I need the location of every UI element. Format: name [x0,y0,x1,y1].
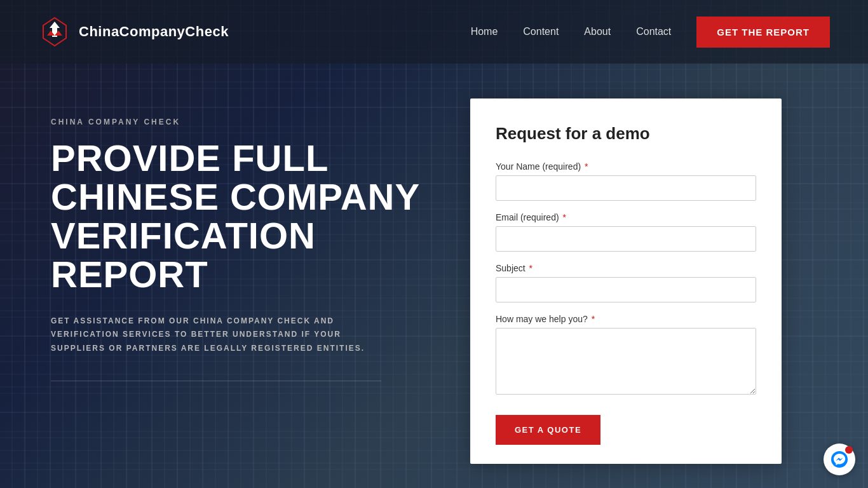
nav-about[interactable]: About [584,26,611,37]
get-quote-button[interactable]: GET A QUOTE [496,415,600,445]
subject-input[interactable] [496,277,756,302]
message-required-star: * [592,314,595,324]
subject-required-star: * [529,263,532,273]
logo-area: ChinaCompanyCheck [38,15,229,48]
name-field-group: Your Name (required) * [496,161,756,201]
main-content: CHINA COMPANY CHECK PROVIDE FULL CHINESE… [0,64,868,488]
hero-section: CHINA COMPANY CHECK PROVIDE FULL CHINESE… [51,98,432,381]
message-label: How may we help you? * [496,314,756,324]
hero-label: CHINA COMPANY CHECK [51,118,432,126]
demo-form: Your Name (required) * Email (required) … [496,161,756,445]
demo-form-card: Request for a demo Your Name (required) … [470,98,782,464]
logo-text: ChinaCompanyCheck [79,24,229,40]
email-required-star: * [562,212,566,222]
message-textarea[interactable] [496,328,756,395]
name-input[interactable] [496,175,756,201]
messenger-icon [831,451,848,468]
subject-label: Subject * [496,263,756,273]
messenger-button[interactable] [824,444,855,475]
nav-contact[interactable]: Contact [636,26,671,37]
messenger-notification-dot [845,446,853,454]
logo-icon [38,15,71,48]
main-nav: Home Content About Contact GET THE REPOR… [471,17,830,48]
hero-divider [51,381,381,381]
hero-title: PROVIDE FULL CHINESE COMPANY VERIFICATIO… [51,139,432,294]
nav-home[interactable]: Home [471,26,498,37]
email-input[interactable] [496,226,756,252]
name-required-star: * [585,161,588,172]
hero-description: GET ASSISTANCE FROM OUR CHINA COMPANY CH… [51,315,381,356]
form-title: Request for a demo [496,124,756,144]
email-field-group: Email (required) * [496,212,756,252]
get-report-button[interactable]: GET THE REPORT [696,17,830,48]
nav-content[interactable]: Content [523,26,559,37]
message-field-group: How may we help you? * [496,314,756,397]
subject-field-group: Subject * [496,263,756,302]
site-header: ChinaCompanyCheck Home Content About Con… [0,0,868,64]
email-label: Email (required) * [496,212,756,222]
name-label: Your Name (required) * [496,161,756,172]
